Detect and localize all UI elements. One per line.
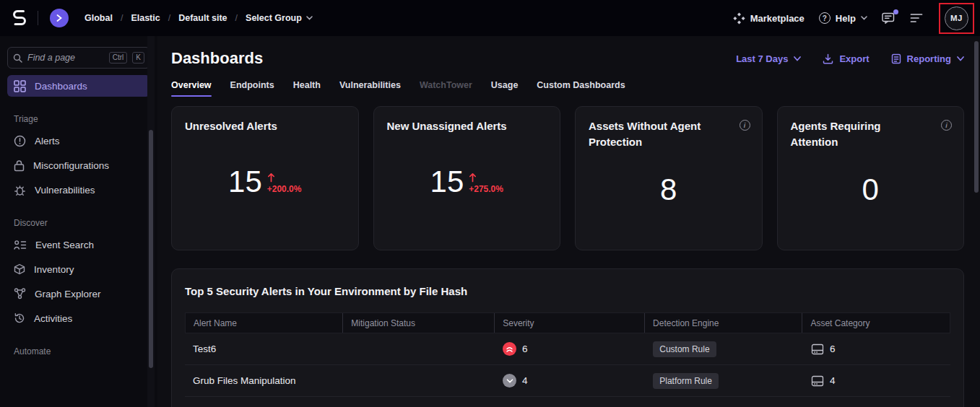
inventory-box-icon	[14, 263, 25, 275]
sidebar-item-activities[interactable]: Activities	[7, 307, 150, 329]
column-header-severity[interactable]: Severity	[495, 313, 645, 333]
stat-card-title: Agents Requiring Attention	[791, 118, 951, 150]
tab-usage[interactable]: Usage	[491, 80, 519, 97]
sidebar-item-alerts[interactable]: Alerts	[7, 130, 150, 152]
list-lines-icon	[910, 13, 923, 23]
cell-detection-engine: Platform Rule	[645, 373, 803, 389]
time-range-label: Last 7 Days	[736, 53, 788, 64]
export-label: Export	[839, 53, 869, 64]
expand-sidebar-button[interactable]	[50, 9, 69, 27]
table-row[interactable]: Test6 6 Custom Rule 6	[185, 333, 950, 365]
info-icon[interactable]	[941, 120, 952, 131]
asset-count: 6	[830, 343, 836, 354]
severity-count: 4	[522, 375, 528, 386]
sidebar-item-misconfigurations[interactable]: Misconfigurations	[7, 154, 150, 176]
sidebar-item-label: Activities	[34, 313, 72, 324]
marketplace-button[interactable]: Marketplace	[733, 12, 805, 25]
shortcut-k-key: K	[132, 52, 144, 64]
table-row[interactable]: Grub Files Manipulation 4 Platform Rule …	[185, 365, 950, 397]
cell-asset-category: 4	[803, 375, 950, 387]
sidebar-item-label: Vulnerabilities	[35, 185, 95, 196]
sidebar-item-label: Event Search	[35, 240, 94, 250]
column-header-asset-category[interactable]: Asset Category	[802, 313, 950, 333]
topbar: Global / Elastic / Default site / Select…	[0, 0, 980, 36]
sidebar-item-graph-explorer[interactable]: Graph Explorer	[7, 283, 150, 305]
stat-card-value: 8	[660, 172, 677, 207]
column-header-detection-engine[interactable]: Detection Engine	[645, 313, 802, 333]
stat-card-title: Assets Without Agent Protection	[589, 118, 749, 150]
page-header: Dashboards Last 7 Days Export	[171, 49, 964, 68]
download-icon	[823, 53, 833, 64]
stat-card-assets-without-protection: Assets Without Agent Protection 8	[575, 106, 763, 250]
sidebar-item-inventory[interactable]: Inventory	[7, 258, 150, 280]
export-button[interactable]: Export	[823, 53, 869, 64]
breadcrumb-scope-global[interactable]: Global	[84, 13, 113, 23]
sidebar-search[interactable]: Ctrl K	[7, 47, 150, 69]
stat-card-agents-requiring-attention: Agents Requiring Attention 0	[777, 106, 965, 250]
column-header-mitigation-status[interactable]: Mitigation Status	[343, 313, 495, 333]
alert-circle-icon	[14, 135, 26, 147]
endpoint-device-icon	[811, 375, 824, 387]
page-scrollbar-thumb[interactable]	[974, 41, 979, 193]
tab-custom-dashboards[interactable]: Custom Dashboards	[537, 80, 625, 97]
sidebar-item-dashboards[interactable]: Dashboards	[7, 75, 150, 97]
sidebar-item-event-search[interactable]: Event Search	[7, 234, 150, 255]
stat-card-title: New Unassigned Alerts	[387, 118, 547, 134]
notifications-button[interactable]	[882, 12, 896, 24]
info-icon[interactable]	[740, 120, 750, 131]
severity-count: 6	[522, 343, 528, 354]
stat-card-value: 0	[862, 172, 879, 207]
table-header-row: Alert Name Mitigation Status Severity De…	[185, 312, 950, 333]
tab-health[interactable]: Health	[293, 80, 321, 97]
tab-overview[interactable]: Overview	[171, 80, 212, 97]
column-header-alert-name[interactable]: Alert Name	[186, 313, 343, 333]
sidebar-section-discover: Discover	[14, 218, 150, 228]
breadcrumb-separator: /	[235, 13, 238, 23]
chevron-down-icon	[957, 56, 964, 61]
cell-detection-engine: Custom Rule	[645, 341, 803, 357]
main-content: Dashboards Last 7 Days Export	[165, 36, 980, 407]
reporting-label: Reporting	[907, 53, 951, 64]
breadcrumb-group-label: Select Group	[246, 13, 302, 23]
breadcrumb-group-selector[interactable]: Select Group	[246, 13, 313, 23]
sidebar: Ctrl K Dashboards Triage Alerts	[0, 36, 157, 407]
time-range-selector[interactable]: Last 7 Days	[736, 53, 801, 64]
breadcrumb-site[interactable]: Default site	[178, 13, 227, 23]
help-menu[interactable]: Help	[819, 12, 867, 24]
sidebar-section-automate: Automate	[14, 346, 150, 356]
user-avatar[interactable]: MJ	[945, 6, 968, 30]
task-queue-button[interactable]	[910, 13, 923, 23]
cell-alert-name[interactable]: Grub Files Manipulation	[185, 375, 343, 386]
search-input[interactable]	[27, 53, 104, 63]
cell-severity: 6	[495, 342, 645, 356]
chevron-down-icon	[861, 16, 867, 20]
sidebar-item-label: Graph Explorer	[35, 289, 101, 299]
detection-engine-badge: Custom Rule	[653, 341, 716, 357]
trend-up-arrow-icon	[469, 172, 477, 183]
breadcrumb-account[interactable]: Elastic	[131, 13, 160, 23]
stat-cards-row: Unresolved Alerts 15 +200.0% New Unassig…	[171, 106, 964, 250]
stat-card-new-unassigned-alerts: New Unassigned Alerts 15 +275.0%	[373, 106, 561, 250]
tab-vulnerabilities[interactable]: Vulnerabilities	[339, 80, 401, 97]
endpoint-device-icon	[811, 343, 824, 355]
detection-engine-badge: Platform Rule	[653, 373, 719, 389]
sidebar-item-vulnerabilities[interactable]: Vulnerabilities	[7, 179, 150, 201]
sidebar-scrollbar-thumb[interactable]	[149, 130, 153, 368]
breadcrumb-separator: /	[121, 13, 123, 23]
tab-endpoints[interactable]: Endpoints	[230, 80, 274, 97]
tab-watchtower[interactable]: WatchTower	[420, 80, 472, 97]
cell-alert-name[interactable]: Test6	[185, 343, 343, 354]
activities-history-icon	[14, 312, 25, 324]
help-icon	[819, 12, 831, 24]
table-title: Top 5 Security Alerts in Your Environmen…	[185, 285, 950, 297]
annotation-highlight-box: MJ	[939, 3, 974, 34]
trend-value: +275.0%	[469, 184, 503, 194]
sidebar-scrollbar-track[interactable]	[147, 36, 155, 407]
stat-card-value: 15	[228, 165, 262, 199]
cell-asset-category: 6	[803, 343, 950, 355]
dashboards-grid-icon	[14, 80, 26, 92]
breadcrumb: Global / Elastic / Default site / Select…	[84, 13, 313, 23]
reporting-button[interactable]: Reporting	[891, 53, 964, 64]
sidebar-item-label: Inventory	[34, 264, 74, 275]
sidebar-item-label: Dashboards	[35, 81, 87, 92]
